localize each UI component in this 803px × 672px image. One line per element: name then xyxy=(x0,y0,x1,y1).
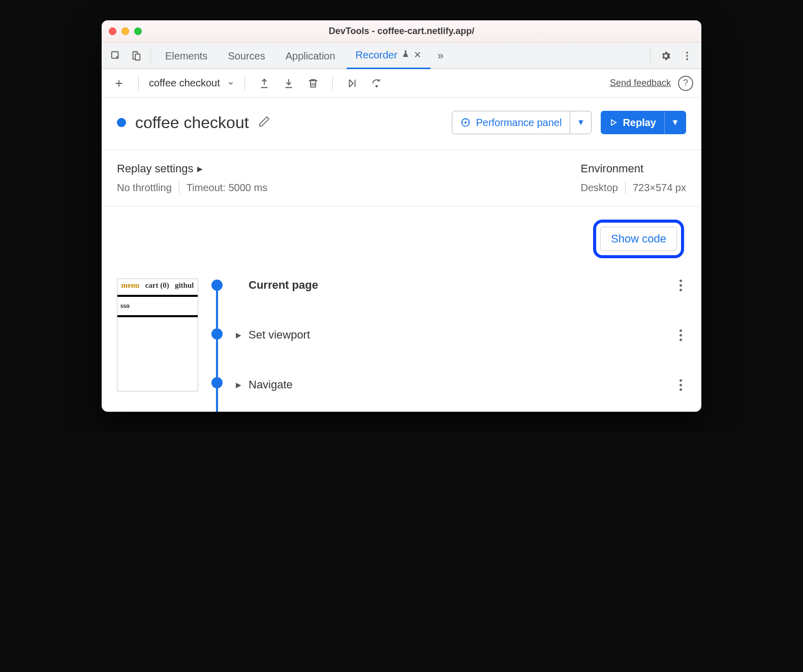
step-navigate[interactable]: ▶ Navigate xyxy=(236,378,686,391)
replay-button-label: Replay xyxy=(623,117,656,129)
help-icon[interactable]: ? xyxy=(678,76,693,91)
step-current-page[interactable]: ▶ Current page xyxy=(236,279,686,292)
tab-application[interactable]: Application xyxy=(276,43,345,69)
device-value: Desktop xyxy=(581,182,618,194)
step-menu-icon[interactable] xyxy=(680,379,686,391)
timeline-dot xyxy=(211,377,223,388)
export-icon[interactable] xyxy=(255,74,273,93)
show-code-region: Show code xyxy=(117,206,686,273)
performance-panel-dropdown[interactable]: ▼ xyxy=(570,111,591,134)
gauge-icon xyxy=(460,117,471,128)
recording-status-dot xyxy=(117,118,126,127)
separator xyxy=(150,49,151,63)
separator xyxy=(244,76,245,90)
step-menu-icon[interactable] xyxy=(680,280,686,291)
more-tabs-icon[interactable]: » xyxy=(433,49,449,63)
svg-point-8 xyxy=(465,122,467,124)
svg-point-4 xyxy=(686,55,688,57)
import-icon[interactable] xyxy=(280,74,298,93)
separator xyxy=(179,181,179,194)
throttling-value: No throttling xyxy=(117,182,172,194)
replay-settings: Replay settings ▶ No throttling Timeout:… xyxy=(117,162,267,194)
step-over-icon[interactable] xyxy=(367,74,386,93)
titlebar: DevTools - coffee-cart.netlify.app/ xyxy=(102,20,701,43)
svg-point-6 xyxy=(376,85,377,87)
new-recording-icon[interactable] xyxy=(110,74,128,93)
replay-button[interactable]: Replay ▼ xyxy=(601,111,686,134)
svg-point-5 xyxy=(686,58,688,60)
tab-elements[interactable]: Elements xyxy=(156,43,217,69)
settings-row: Replay settings ▶ No throttling Timeout:… xyxy=(117,150,686,206)
flask-icon xyxy=(402,42,410,68)
timeout-value: Timeout: 5000 ms xyxy=(187,182,267,194)
step-set-viewport[interactable]: ▶ Set viewport xyxy=(236,328,686,342)
delete-icon[interactable] xyxy=(304,74,322,93)
step-menu-icon[interactable] xyxy=(680,329,686,341)
window-title: DevTools - coffee-cart.netlify.app/ xyxy=(102,26,701,37)
recording-select[interactable]: coffee checkout xyxy=(149,77,234,89)
recording-select-value: coffee checkout xyxy=(149,77,220,89)
device-toolbar-icon[interactable] xyxy=(127,47,145,65)
performance-panel-label: Performance panel xyxy=(476,117,562,129)
tab-recorder-label: Recorder xyxy=(356,42,397,68)
steps-list: ▶ Current page ▶ Set viewport ▶ Navigate xyxy=(236,279,686,391)
tab-recorder[interactable]: Recorder ✕ xyxy=(347,43,430,69)
replay-dropdown[interactable]: ▼ xyxy=(664,111,686,134)
thumb-cart: cart (0) xyxy=(145,281,169,290)
svg-point-3 xyxy=(686,51,688,53)
separator xyxy=(138,76,139,90)
timeline-dot xyxy=(211,328,223,340)
recording-header: coffee checkout Performance panel ▼ Repl… xyxy=(117,111,686,134)
chevron-down-icon xyxy=(227,80,234,87)
recorder-content: coffee checkout Performance panel ▼ Repl… xyxy=(102,98,701,412)
performance-panel-button[interactable]: Performance panel ▼ xyxy=(452,111,592,134)
recorder-toolbar: coffee checkout Send feedback ? xyxy=(102,69,701,98)
inspect-element-icon[interactable] xyxy=(107,47,125,65)
replay-settings-heading[interactable]: Replay settings ▶ xyxy=(117,162,267,175)
thumb-github: githul xyxy=(175,281,194,290)
timeline-dot xyxy=(211,280,223,291)
separator xyxy=(625,181,626,194)
send-feedback-link[interactable]: Send feedback xyxy=(610,78,671,88)
svg-rect-2 xyxy=(135,54,140,60)
expand-step-icon[interactable]: ▶ xyxy=(236,381,241,389)
thumb-sso: sso xyxy=(117,300,198,312)
page-thumbnail: menu cart (0) githul sso xyxy=(117,279,198,391)
environment-settings: Environment Desktop 723×574 px xyxy=(581,162,686,194)
separator xyxy=(650,49,651,63)
recording-title: coffee checkout xyxy=(135,113,249,132)
expand-icon: ▶ xyxy=(197,165,203,173)
environment-heading: Environment xyxy=(581,162,686,175)
tab-sources[interactable]: Sources xyxy=(219,43,274,69)
show-code-button[interactable]: Show code xyxy=(600,227,677,251)
kebab-menu-icon[interactable] xyxy=(678,47,696,65)
expand-step-icon[interactable]: ▶ xyxy=(236,331,241,339)
close-tab-icon[interactable]: ✕ xyxy=(414,42,421,68)
annotation-highlight: Show code xyxy=(593,220,684,258)
settings-gear-icon[interactable] xyxy=(657,47,675,65)
step-replay-icon[interactable] xyxy=(343,74,361,93)
viewport-value: 723×574 px xyxy=(633,182,686,194)
play-icon xyxy=(609,118,617,127)
steps-timeline: menu cart (0) githul sso ▶ Current page xyxy=(117,273,686,412)
panel-tabstrip: Elements Sources Application Recorder ✕ … xyxy=(102,43,701,69)
devtools-window: DevTools - coffee-cart.netlify.app/ Elem… xyxy=(102,20,701,412)
separator xyxy=(332,76,333,90)
edit-title-icon[interactable] xyxy=(258,115,270,130)
thumb-menu: menu xyxy=(121,281,140,290)
timeline-track xyxy=(209,279,225,391)
